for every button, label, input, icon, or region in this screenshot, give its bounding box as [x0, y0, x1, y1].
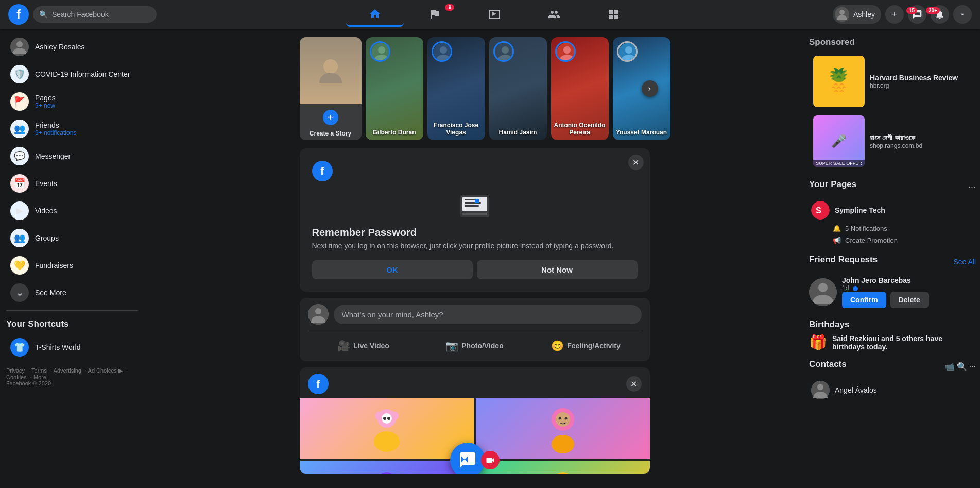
footer-cookies[interactable]: Cookies [6, 374, 27, 380]
story-antonio[interactable]: Antonio Ocenildo Pereira [551, 37, 609, 140]
sidebar-item-events[interactable]: 📅 Events [4, 170, 140, 197]
sidebar-item-videos[interactable]: ▶ Videos [4, 197, 140, 224]
pages-badge: 9 [445, 4, 454, 11]
story-plus-button[interactable]: + [321, 108, 340, 127]
footer-terms[interactable]: Terms [31, 367, 47, 374]
nav-groups-button[interactable] [525, 2, 583, 27]
live-video-button[interactable]: 🎥 Live Video [308, 336, 419, 355]
sidebar-item-covid[interactable]: 🛡️ COVID-19 Information Center [4, 61, 140, 88]
create-story-bottom: + Create a Story [300, 104, 362, 140]
photo-video-button[interactable]: 📷 Photo/Video [419, 336, 530, 355]
footer-copyright: Facebook © 2020 [6, 380, 138, 386]
facebook-logo[interactable]: f [8, 4, 29, 25]
ad-hbr[interactable]: 🍍 Harvard Business Review hbr.org [809, 52, 976, 111]
page-sympline[interactable]: S Sympline Tech [809, 198, 976, 223]
new-contact-button[interactable]: 📹 [944, 362, 955, 372]
remember-password-dialog: f ✕ Remember Password Next time you log … [300, 148, 650, 292]
ad-rangs-info: রাংস দেশী কারাওকে shop.rangs.com.bd [870, 115, 922, 167]
sympline-notifications[interactable]: 🔔 5 Notifications [809, 223, 976, 234]
search-contacts-button[interactable]: 🔍 [957, 362, 967, 372]
photo-icon: 📷 [445, 340, 458, 352]
notifications-button[interactable]: 20+ [931, 5, 949, 24]
nav-watch-button[interactable] [466, 2, 523, 27]
notif-badge: 20+ [926, 7, 940, 14]
friends-sublabel: 9+ notifications [35, 129, 76, 137]
more-contacts-button[interactable]: ··· [969, 362, 976, 372]
events-icon: 📅 [10, 174, 29, 193]
ok-button[interactable]: OK [312, 260, 473, 279]
footer-advertising[interactable]: Advertising [54, 367, 81, 374]
search-input[interactable] [52, 10, 150, 19]
nav-menu-button[interactable] [585, 2, 643, 27]
right-panel: Sponsored 🍍 Harvard Business Review hbr.… [805, 29, 980, 488]
user-chip[interactable]: Ashley [833, 5, 881, 24]
dialog-title: Remember Password [312, 227, 638, 239]
pages-icon: 🚩 [10, 92, 29, 111]
dialog-buttons: OK Not Now [312, 260, 638, 279]
tshirts-icon: 👕 [10, 338, 29, 357]
not-now-button[interactable]: Not Now [477, 260, 638, 279]
post-input[interactable]: What's on your mind, Ashley? [334, 305, 642, 324]
sidebar-item-friends[interactable]: 👥 Friends 9+ notifications [4, 115, 140, 142]
delete-button[interactable]: Delete [890, 292, 929, 308]
dropdown-button[interactable] [953, 5, 972, 24]
fr-time-john: 1d [842, 284, 976, 292]
bell-icon: 🔔 [833, 225, 841, 232]
pages-label: Pages [35, 94, 56, 102]
dialog-desc: Next time you log in on this browser, ju… [312, 242, 638, 250]
messenger-button[interactable]: 15 [908, 5, 926, 24]
friend-requests-title: Friend Requests [809, 255, 878, 265]
messenger-rooms-card: f ✕ [300, 367, 650, 474]
nav-pages-button[interactable]: 9 [406, 2, 463, 27]
search-bar[interactable]: 🔍 [33, 6, 157, 23]
main-feed: + Create a Story Gilberto Duran Fr [144, 29, 805, 488]
story-name-hamid: Hamid Jasim [492, 129, 544, 136]
svg-point-26 [374, 431, 400, 452]
messenger-room-icon [450, 443, 485, 474]
rooms-image-tr [476, 398, 650, 459]
create-story-card[interactable]: + Create a Story [300, 37, 362, 140]
videos-icon: ▶ [10, 201, 29, 220]
story-francisco[interactable]: Francisco Jose Viegas [427, 37, 485, 140]
sidebar-shortcut-tshirts[interactable]: 👕 T-Shirts World [4, 334, 140, 361]
footer-more[interactable]: More [33, 374, 46, 380]
svg-point-42 [553, 472, 573, 474]
dialog-close-button[interactable]: ✕ [628, 155, 644, 170]
birthdays-section: Birthdays 🎁 Said Rezkioui and 5 others h… [809, 319, 976, 351]
friend-request-john: John Jero Barcebas 1d Confirm Delete [809, 273, 976, 311]
rooms-close-button[interactable]: ✕ [626, 376, 642, 392]
story-next-button[interactable]: › [642, 80, 658, 97]
see-all-link[interactable]: See All [953, 258, 976, 266]
story-hamid[interactable]: Hamid Jasim [489, 37, 547, 140]
fr-new-dot [853, 286, 858, 291]
sidebar-item-groups[interactable]: 👥 Groups [4, 225, 140, 251]
shortcuts-title: Your Shortcuts [0, 315, 144, 333]
feeling-label: Feeling/Activity [567, 342, 620, 350]
sidebar-item-user[interactable]: Ashley Rosales [4, 33, 140, 60]
ad-rangs[interactable]: SUPER SALE OFFER 🎤 রাংস দেশী কারাওকে sho… [809, 111, 976, 171]
pages-sublabel: 9+ new [35, 102, 56, 109]
add-button[interactable]: + [885, 5, 904, 24]
sidebar-item-pages[interactable]: 🚩 Pages 9+ new [4, 88, 140, 115]
svg-point-4 [323, 59, 338, 74]
feeling-icon: 😊 [551, 340, 564, 352]
story-gilberto[interactable]: Gilberto Duran [366, 37, 423, 140]
feeling-button[interactable]: 😊 Feeling/Activity [530, 336, 642, 355]
events-label: Events [35, 179, 57, 188]
your-pages-title: Your Pages [809, 179, 856, 190]
sidebar-item-fundraisers[interactable]: 💛 Fundraisers [4, 252, 140, 279]
contact-angel[interactable]: Angel Ávalos [809, 378, 976, 402]
sidebar-item-seemore[interactable]: ⌄ See More [4, 279, 140, 306]
your-pages-more-button[interactable]: ··· [968, 181, 976, 192]
footer-adchoices[interactable]: Ad Choices ▶ [88, 367, 123, 374]
ad-rangs-image: SUPER SALE OFFER 🎤 [813, 115, 865, 167]
dialog-fb-icon: f [312, 161, 333, 181]
covid-icon: 🛡️ [10, 65, 29, 83]
nav-home-button[interactable] [346, 2, 404, 27]
sidebar-item-messenger[interactable]: 💬 Messenger [4, 143, 140, 170]
ad-hbr-url: hbr.org [870, 82, 958, 89]
confirm-button[interactable]: Confirm [842, 292, 886, 308]
fr-name-john: John Jero Barcebas [842, 276, 976, 284]
sympline-promo[interactable]: 📢 Create Promotion [809, 234, 976, 246]
footer-privacy[interactable]: Privacy [6, 367, 25, 374]
